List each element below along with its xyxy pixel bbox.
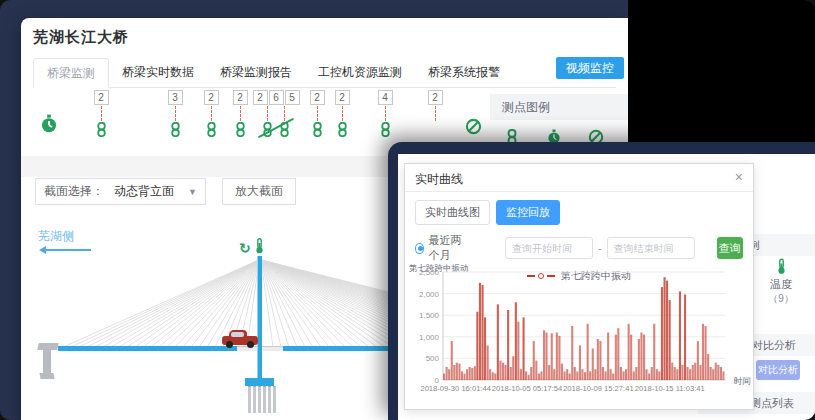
tab-1[interactable]: 桥梁监测 xyxy=(33,58,109,88)
right-panel-temperature[interactable]: 温度 （9） xyxy=(754,258,808,306)
svg-text:2,500: 2,500 xyxy=(419,268,440,277)
svg-text:1,000: 1,000 xyxy=(419,333,440,342)
sensor-count-badge: 2 xyxy=(94,90,109,105)
svg-text:2018-10-05 05:17:54: 2018-10-05 05:17:54 xyxy=(492,384,563,393)
section-select[interactable]: 动态背立面 ▼ xyxy=(114,183,197,200)
sensor-point[interactable]: 2 xyxy=(329,90,355,137)
svg-text:2,000: 2,000 xyxy=(419,290,440,299)
screen: 芜湖长江大桥 桥梁监测桥梁实时数据桥梁监测报告工控机资源监测桥梁系统报警 视频监… xyxy=(0,0,815,420)
sensor-count-badge: 2 xyxy=(310,90,325,105)
svg-text:2018-10-15 11:03:41: 2018-10-15 11:03:41 xyxy=(635,384,705,393)
legend-panel-title: 测点图例 xyxy=(490,94,628,120)
sensor-count-badge: 3 xyxy=(168,90,183,105)
dialog-title: 实时曲线 xyxy=(415,171,463,188)
bridge-abutment-base xyxy=(39,373,54,379)
svg-text:500: 500 xyxy=(426,354,440,363)
sensor-point[interactable]: 4 xyxy=(372,90,398,137)
svg-text:2018-10-09 15:27:41: 2018-10-09 15:27:41 xyxy=(563,384,634,393)
video-monitor-button[interactable]: 视频监控 xyxy=(556,57,624,79)
range-separator: - xyxy=(598,242,602,254)
section-divider xyxy=(21,156,388,177)
realtime-curve-dialog: 实时曲线 × 实时曲线图监控回放 最近两个月 - 查询 第七跨跨中振动 第七跨跨… xyxy=(404,163,754,410)
temperature-count: （9） xyxy=(754,292,808,306)
dialog-tab-2[interactable]: 监控回放 xyxy=(496,200,560,225)
section-select-label: 截面选择： xyxy=(44,183,104,200)
recent-two-months-radio[interactable] xyxy=(415,243,424,254)
query-button[interactable]: 查询 xyxy=(717,237,743,259)
section-select-group: 截面选择： 动态背立面 ▼ xyxy=(35,178,206,205)
chevron-down-icon: ▼ xyxy=(188,187,197,197)
query-start-time-input[interactable] xyxy=(505,237,593,259)
dialog-tab-bar: 实时曲线图监控回放 xyxy=(405,192,753,229)
sensor-count-badge: 2 xyxy=(428,90,443,105)
modal-page: 测点图例 温度 （9） 对比分析 对比分析 测点列表 实时曲线 × 实时曲线图监… xyxy=(398,154,815,420)
tab-2[interactable]: 桥梁实时数据 xyxy=(109,58,207,88)
dialog-tab-1[interactable]: 实时曲线图 xyxy=(415,200,490,225)
sensor-group[interactable]: 265 xyxy=(249,90,303,137)
rotate-icon[interactable]: ↻ xyxy=(239,240,251,256)
sensor-count-badge: 4 xyxy=(378,90,393,105)
dialog-header: 实时曲线 × xyxy=(405,164,753,192)
tab-5[interactable]: 桥梁系统报警 xyxy=(415,58,513,88)
car-illustration xyxy=(222,330,258,348)
bridge-tower xyxy=(257,256,262,378)
black-region xyxy=(628,0,815,146)
page-title: 芜湖长江大桥 xyxy=(33,28,129,47)
sensor-count-badge: 2 xyxy=(335,90,350,105)
vibration-chart: 第七跨跨中振动05001,0001,5002,0002,5002018-09-3… xyxy=(407,264,753,410)
sensor-strip: 23222652242 xyxy=(21,90,491,150)
bridge-abutment-stem xyxy=(43,349,51,375)
svg-text:1,500: 1,500 xyxy=(419,311,440,320)
compare-header-label: 对比分析 xyxy=(752,334,796,356)
radio-label: 最近两个月 xyxy=(429,233,469,263)
bridge-pier-cap xyxy=(245,378,274,386)
section-controls: 截面选择： 动态背立面 ▼ 放大截面 xyxy=(35,178,296,205)
bridge-piles xyxy=(248,386,276,413)
sensor-count-badge: 2 xyxy=(204,90,219,105)
tab-4[interactable]: 工控机资源监测 xyxy=(305,58,415,88)
stopwatch-icon[interactable] xyxy=(38,90,60,138)
svg-text:2018-09-30 16:01:44: 2018-09-30 16:01:44 xyxy=(420,384,491,393)
svg-text:时间: 时间 xyxy=(734,376,751,386)
sensor-point[interactable]: 2 xyxy=(88,90,114,137)
thermometer-icon[interactable] xyxy=(255,238,264,258)
sensor-point[interactable]: 3 xyxy=(162,90,188,137)
tab-3[interactable]: 桥梁监测报告 xyxy=(207,58,305,88)
sensor-count-badge: 2 xyxy=(233,90,248,105)
query-row: 最近两个月 - 查询 xyxy=(405,229,753,263)
sensor-count-badge: 2 xyxy=(253,90,268,105)
zoom-section-button[interactable]: 放大截面 xyxy=(222,178,296,205)
section-select-value: 动态背立面 xyxy=(114,183,174,200)
query-end-time-input[interactable] xyxy=(607,237,695,259)
compare-analysis-button[interactable]: 对比分析 xyxy=(756,360,800,380)
main-tab-bar: 桥梁监测桥梁实时数据桥梁监测报告工控机资源监测桥梁系统报警 xyxy=(33,58,616,88)
sensor-point[interactable]: 2 xyxy=(304,90,330,137)
sensor-point[interactable]: 2 xyxy=(198,90,224,137)
sensor-count-badge: 6 xyxy=(269,90,284,105)
sensor-noicon[interactable]: 2 xyxy=(422,90,448,122)
sensor-count-badge: 5 xyxy=(285,90,300,105)
close-icon[interactable]: × xyxy=(735,169,743,185)
thermometer-icon xyxy=(777,265,786,277)
blocked-icon[interactable] xyxy=(460,90,486,139)
temperature-label: 温度 xyxy=(754,277,808,292)
list-header-label: 测点列表 xyxy=(750,392,794,414)
